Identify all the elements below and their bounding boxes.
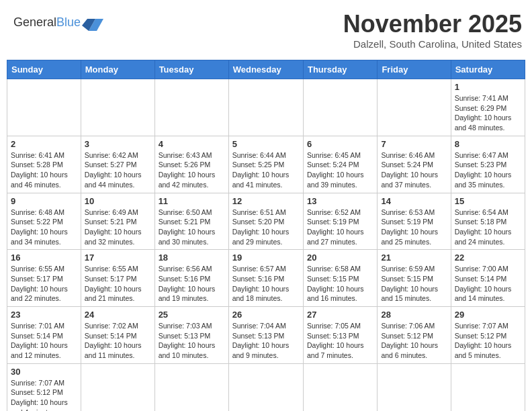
calendar-cell: 19Sunrise: 6:57 AM Sunset: 5:16 PM Dayli… [228,250,303,307]
day-info: Sunrise: 6:41 AM Sunset: 5:28 PM Dayligh… [11,150,77,190]
day-info: Sunrise: 6:48 AM Sunset: 5:22 PM Dayligh… [11,208,77,247]
calendar-cell: 5Sunrise: 6:44 AM Sunset: 5:25 PM Daylig… [228,136,303,193]
day-number: 15 [455,196,521,206]
day-info: Sunrise: 6:47 AM Sunset: 5:23 PM Dayligh… [455,150,521,190]
header-day-monday: Monday [81,60,154,79]
day-number: 14 [381,196,447,206]
day-number: 26 [232,310,300,320]
calendar-cell: 9Sunrise: 6:48 AM Sunset: 5:22 PM Daylig… [7,193,81,250]
calendar-cell: 3Sunrise: 6:42 AM Sunset: 5:27 PM Daylig… [81,136,154,193]
calendar-week-1: 1Sunrise: 7:41 AM Sunset: 6:29 PM Daylig… [7,79,525,136]
day-number: 5 [232,139,300,149]
day-number: 27 [307,310,373,320]
day-number: 29 [455,310,521,320]
day-number: 25 [159,310,225,320]
calendar-cell [7,79,81,136]
day-number: 22 [455,253,521,263]
day-number: 1 [455,82,521,92]
calendar-cell: 11Sunrise: 6:50 AM Sunset: 5:21 PM Dayli… [154,193,228,250]
calendar-cell: 18Sunrise: 6:56 AM Sunset: 5:16 PM Dayli… [154,250,228,307]
logo-text: GeneralBlue [13,15,81,30]
calendar-cell: 23Sunrise: 7:01 AM Sunset: 5:14 PM Dayli… [7,307,81,364]
calendar-cell: 20Sunrise: 6:58 AM Sunset: 5:15 PM Dayli… [303,250,377,307]
calendar-week-4: 16Sunrise: 6:55 AM Sunset: 5:17 PM Dayli… [7,250,525,307]
calendar-cell [154,79,228,136]
calendar-cell: 2Sunrise: 6:41 AM Sunset: 5:28 PM Daylig… [7,136,81,193]
day-number: 8 [455,139,521,149]
day-info: Sunrise: 7:05 AM Sunset: 5:13 PM Dayligh… [307,321,373,361]
day-info: Sunrise: 6:53 AM Sunset: 5:19 PM Dayligh… [381,208,447,247]
calendar-cell: 1Sunrise: 7:41 AM Sunset: 6:29 PM Daylig… [451,79,525,136]
day-info: Sunrise: 6:43 AM Sunset: 5:26 PM Dayligh… [159,150,225,190]
calendar-week-6: 30Sunrise: 7:07 AM Sunset: 5:12 PM Dayli… [7,363,525,411]
calendar-title: November 2025 [343,10,522,38]
calendar-cell: 22Sunrise: 7:00 AM Sunset: 5:14 PM Dayli… [451,250,525,307]
day-number: 20 [307,253,373,263]
day-number: 7 [381,139,447,149]
calendar-cell [378,363,451,411]
day-info: Sunrise: 6:50 AM Sunset: 5:21 PM Dayligh… [159,208,225,247]
day-info: Sunrise: 6:57 AM Sunset: 5:16 PM Dayligh… [232,264,300,304]
header-day-tuesday: Tuesday [154,60,228,79]
day-number: 3 [85,139,151,149]
day-info: Sunrise: 7:07 AM Sunset: 5:12 PM Dayligh… [11,378,77,411]
calendar-cell [228,79,303,136]
calendar-table: SundayMondayTuesdayWednesdayThursdayFrid… [7,60,525,411]
day-info: Sunrise: 6:59 AM Sunset: 5:15 PM Dayligh… [381,264,447,304]
day-info: Sunrise: 7:03 AM Sunset: 5:13 PM Dayligh… [159,321,225,361]
day-info: Sunrise: 7:41 AM Sunset: 6:29 PM Dayligh… [455,93,521,133]
day-info: Sunrise: 7:01 AM Sunset: 5:14 PM Dayligh… [11,321,77,361]
day-info: Sunrise: 6:45 AM Sunset: 5:24 PM Dayligh… [307,150,373,190]
day-number: 6 [307,139,373,149]
calendar-cell: 25Sunrise: 7:03 AM Sunset: 5:13 PM Dayli… [154,307,228,364]
calendar-cell: 15Sunrise: 6:54 AM Sunset: 5:18 PM Dayli… [451,193,525,250]
calendar-cell: 30Sunrise: 7:07 AM Sunset: 5:12 PM Dayli… [7,363,81,411]
calendar-week-2: 2Sunrise: 6:41 AM Sunset: 5:28 PM Daylig… [7,136,525,193]
day-number: 4 [159,139,225,149]
day-number: 13 [307,196,373,206]
day-number: 23 [11,310,77,320]
day-number: 9 [11,196,77,206]
calendar-header-row: SundayMondayTuesdayWednesdayThursdayFrid… [7,60,525,79]
calendar-cell: 7Sunrise: 6:46 AM Sunset: 5:24 PM Daylig… [378,136,451,193]
calendar-subtitle: Dalzell, South Carolina, United States [343,38,522,50]
header-day-wednesday: Wednesday [228,60,303,79]
day-info: Sunrise: 6:55 AM Sunset: 5:17 PM Dayligh… [85,264,151,304]
calendar-cell: 4Sunrise: 6:43 AM Sunset: 5:26 PM Daylig… [154,136,228,193]
day-info: Sunrise: 6:42 AM Sunset: 5:27 PM Dayligh… [85,150,151,190]
day-info: Sunrise: 6:46 AM Sunset: 5:24 PM Dayligh… [381,150,447,190]
day-info: Sunrise: 6:49 AM Sunset: 5:21 PM Dayligh… [85,208,151,247]
calendar-cell [154,363,228,411]
day-number: 17 [85,253,151,263]
calendar-cell: 8Sunrise: 6:47 AM Sunset: 5:23 PM Daylig… [451,136,525,193]
day-info: Sunrise: 6:55 AM Sunset: 5:17 PM Dayligh… [11,264,77,304]
day-number: 2 [11,139,77,149]
day-number: 19 [232,253,300,263]
calendar-cell: 26Sunrise: 7:04 AM Sunset: 5:13 PM Dayli… [228,307,303,364]
day-info: Sunrise: 6:56 AM Sunset: 5:16 PM Dayligh… [159,264,225,304]
calendar-cell: 27Sunrise: 7:05 AM Sunset: 5:13 PM Dayli… [303,307,377,364]
title-area: November 2025 Dalzell, South Carolina, U… [343,10,522,50]
day-info: Sunrise: 7:04 AM Sunset: 5:13 PM Dayligh… [232,321,300,361]
day-info: Sunrise: 6:52 AM Sunset: 5:19 PM Dayligh… [307,208,373,247]
day-info: Sunrise: 7:07 AM Sunset: 5:12 PM Dayligh… [455,321,521,361]
calendar-cell: 16Sunrise: 6:55 AM Sunset: 5:17 PM Dayli… [7,250,81,307]
day-number: 16 [11,253,77,263]
day-number: 24 [85,310,151,320]
calendar-cell: 24Sunrise: 7:02 AM Sunset: 5:14 PM Dayli… [81,307,154,364]
day-number: 12 [232,196,300,206]
calendar-cell [378,79,451,136]
calendar-cell [81,363,154,411]
day-info: Sunrise: 7:00 AM Sunset: 5:14 PM Dayligh… [455,264,521,304]
calendar-cell: 6Sunrise: 6:45 AM Sunset: 5:24 PM Daylig… [303,136,377,193]
calendar-cell: 14Sunrise: 6:53 AM Sunset: 5:19 PM Dayli… [378,193,451,250]
day-number: 30 [11,367,77,377]
header-day-thursday: Thursday [303,60,377,79]
calendar-cell: 28Sunrise: 7:06 AM Sunset: 5:12 PM Dayli… [378,307,451,364]
logo: GeneralBlue [13,13,103,31]
calendar-cell: 21Sunrise: 6:59 AM Sunset: 5:15 PM Dayli… [378,250,451,307]
calendar-cell [81,79,154,136]
calendar-cell [451,363,525,411]
day-number: 28 [381,310,447,320]
calendar-cell: 13Sunrise: 6:52 AM Sunset: 5:19 PM Dayli… [303,193,377,250]
